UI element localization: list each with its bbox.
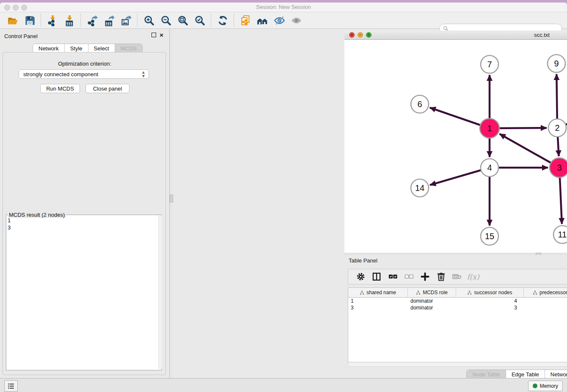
export-image-icon	[121, 15, 132, 26]
zoom-selected-icon	[194, 15, 206, 26]
open-session-button[interactable]	[4, 14, 21, 27]
node-9[interactable]: 9	[548, 55, 565, 72]
criterion-value: strongly connected component	[23, 71, 98, 77]
tab-style[interactable]: Style	[65, 44, 88, 53]
task-history-button[interactable]	[4, 380, 18, 392]
table-header-row: shared nameMCDS rolesuccessor nodesprede…	[348, 288, 567, 298]
delete-table-button[interactable]	[449, 271, 465, 283]
node-7[interactable]: 7	[481, 55, 498, 73]
hide-selected-button[interactable]	[271, 14, 288, 27]
toolbar-separator	[137, 14, 138, 27]
import-table-icon	[64, 15, 75, 26]
column-header-successor-nodes[interactable]: successor nodes	[456, 288, 524, 297]
float-panel-icon[interactable]	[151, 33, 156, 37]
node-11[interactable]: 11	[553, 226, 567, 243]
add-column-button[interactable]	[417, 271, 433, 283]
node-label: 11	[558, 230, 567, 239]
hide-selected-icon	[274, 15, 285, 26]
add-column-icon	[420, 272, 430, 282]
zoom-fit-button[interactable]	[174, 14, 191, 27]
table-row[interactable]: 1dominator411	[348, 298, 567, 304]
node-label: 14	[415, 183, 424, 193]
refresh-button[interactable]	[214, 14, 231, 27]
export-image-button[interactable]	[118, 14, 135, 27]
column-visibility-icon	[372, 272, 382, 282]
memory-label: Memory	[540, 383, 558, 389]
tab-mcds[interactable]: MCDS	[115, 44, 142, 53]
select-all-rows-button[interactable]	[385, 271, 401, 283]
save-session-button[interactable]	[21, 14, 38, 27]
network-view-window: scc.txt 7968124314101511	[344, 30, 567, 253]
column-header-MCDS-role[interactable]: MCDS role	[408, 288, 456, 297]
column-header-predecessor-nodes[interactable]: predecessor nodes	[524, 288, 567, 297]
tab-network[interactable]: Network	[33, 44, 65, 53]
open-session-icon	[7, 15, 19, 26]
zoom-fit-icon	[177, 15, 189, 26]
first-neighbors-button[interactable]	[254, 14, 271, 27]
optimization-criterion-label: Optimization criterion:	[0, 61, 169, 67]
node-1[interactable]: 1	[480, 119, 499, 138]
column-hierarchy-icon	[467, 290, 472, 295]
node-table[interactable]: shared nameMCDS rolesuccessor nodesprede…	[348, 287, 567, 362]
import-network-icon	[47, 15, 58, 26]
export-network-button[interactable]	[84, 14, 101, 27]
table-panel: Table Panel × f(x) shared nameMCDS roles…	[344, 255, 567, 392]
criterion-dropdown[interactable]: strongly connected component ▲▼	[19, 69, 149, 79]
table-settings-icon	[356, 272, 366, 282]
zoom-in-icon	[143, 15, 155, 26]
table-scroll-strip[interactable]	[348, 362, 567, 367]
control-panel: Control Panel × NetworkStyleSelectMCDS O…	[0, 29, 169, 378]
table-toolbar: f(x)	[348, 269, 567, 284]
close-panel-button[interactable]: Close panel	[85, 84, 129, 93]
table-settings-button[interactable]	[352, 271, 369, 283]
function-builder-button[interactable]: f(x)	[465, 271, 481, 283]
export-network-icon	[87, 15, 98, 26]
zoom-out-icon	[160, 15, 172, 26]
node-label: 6	[417, 99, 422, 109]
column-header-shared-name[interactable]: shared name	[348, 288, 408, 297]
first-neighbors-icon	[257, 15, 268, 26]
memory-status-icon	[533, 384, 537, 388]
table-cell: 4	[456, 298, 524, 304]
network-canvas[interactable]: 7968124314101511	[344, 40, 567, 253]
tab-select[interactable]: Select	[88, 44, 115, 53]
table-cell: 3	[456, 304, 524, 311]
edge-3-1[interactable]	[500, 134, 559, 168]
close-panel-icon[interactable]: ×	[160, 33, 163, 37]
delete-column-button[interactable]	[433, 271, 449, 283]
import-table-button[interactable]	[61, 14, 78, 27]
refresh-icon	[217, 15, 228, 26]
node-14[interactable]: 14	[411, 179, 429, 197]
node-4[interactable]: 4	[481, 159, 498, 177]
result-scrollbar[interactable]	[158, 215, 162, 369]
select-all-rows-icon	[388, 272, 398, 282]
window-titlebar: Session: New Session	[0, 3, 567, 12]
show-all-button[interactable]	[288, 14, 305, 27]
memory-button[interactable]: Memory	[528, 381, 563, 391]
node-2[interactable]: 2	[548, 119, 566, 137]
node-6[interactable]: 6	[411, 95, 429, 113]
import-network-button[interactable]	[44, 14, 61, 27]
tab-edge-table[interactable]: Edge Table	[506, 370, 545, 379]
export-table-button[interactable]	[101, 14, 118, 27]
mcds-result-text[interactable]: 1 3	[8, 217, 156, 231]
node-label: 4	[487, 163, 492, 172]
zoom-out-button[interactable]	[157, 14, 174, 27]
zoom-in-button[interactable]	[140, 14, 157, 27]
clone-network-button[interactable]	[237, 14, 254, 27]
clone-network-icon	[240, 15, 251, 26]
zoom-selected-button[interactable]	[191, 14, 208, 27]
column-visibility-button[interactable]	[369, 271, 385, 283]
toolbar-separator	[80, 14, 81, 27]
network-window-titlebar[interactable]: scc.txt	[344, 30, 567, 40]
deselect-all-rows-button[interactable]	[401, 271, 417, 283]
table-cell: dominator	[408, 304, 456, 311]
node-15[interactable]: 15	[481, 227, 498, 245]
table-row[interactable]: 3dominator323	[348, 304, 567, 311]
tab-network-table[interactable]: Network Table	[545, 370, 567, 379]
run-mcds-button[interactable]: Run MCDS	[40, 84, 80, 93]
node-3[interactable]: 3	[550, 158, 567, 177]
tab-node-table[interactable]: Node Table	[467, 370, 506, 379]
table-cell: 1	[348, 298, 408, 304]
network-window-title: scc.txt	[344, 32, 567, 38]
